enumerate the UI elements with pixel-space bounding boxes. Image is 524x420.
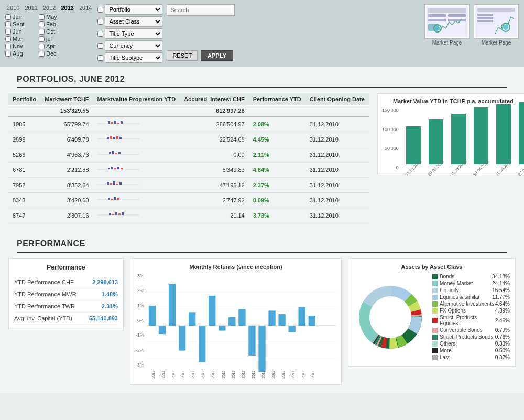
dropdown-currency-select[interactable]: Currency: [105, 40, 162, 51]
perf-value-ytd-chf: 2,298,613: [92, 279, 118, 285]
svg-text:31.01.2012: 31.01.2012: [212, 370, 215, 378]
svg-rect-48: [114, 197, 116, 200]
month-feb-checkbox[interactable]: [39, 21, 45, 27]
year-2013[interactable]: 2013: [59, 4, 75, 12]
svg-rect-71: [248, 326, 255, 356]
month-nov-label: Nov: [13, 43, 23, 49]
month-aug-checkbox[interactable]: [5, 51, 11, 57]
svg-rect-64: [179, 326, 185, 351]
dropdown-currency-checkbox[interactable]: [97, 43, 103, 49]
svg-rect-19: [114, 121, 116, 124]
cell-progression: [93, 132, 180, 147]
svg-rect-43: [116, 184, 118, 185]
dropdown-titletype-checkbox[interactable]: [97, 31, 103, 37]
legend-color-struct-eq: [432, 318, 438, 323]
cell-marktwert: 2'307.16: [40, 208, 93, 223]
search-input[interactable]: [167, 4, 235, 16]
month-nov-checkbox[interactable]: [5, 44, 11, 49]
legend-pct-others: 0.33%: [495, 341, 510, 347]
svg-rect-38: [121, 168, 123, 169]
cell-accured: 0.00: [180, 147, 249, 163]
legend-item-alt-inv: Alternative Investments 4.64%: [432, 300, 510, 307]
svg-point-107: [374, 300, 407, 334]
legend-name-struct-bonds: Struct. Products Bonds: [440, 334, 495, 340]
legend-color-alt-inv: [432, 301, 438, 307]
legend-name-struct-eq: Struct. Products Equities: [440, 315, 495, 326]
dropdown-assetclass-select[interactable]: Asset Class: [105, 16, 162, 27]
month-nov: Nov: [5, 43, 37, 49]
market-pages-panel: Market Page Market Page: [424, 4, 519, 46]
legend-pct-more: 0.50%: [495, 348, 510, 353]
apply-button[interactable]: APPLY: [201, 50, 233, 61]
month-jul-checkbox[interactable]: [39, 36, 45, 42]
dropdown-currency: Currency: [97, 40, 162, 51]
year-2010[interactable]: 2010: [5, 4, 21, 12]
legend-list: Bonds 34.18% Money Market 24.14% Liquidi…: [432, 273, 510, 361]
legend-name-equities: Equities & similar: [440, 294, 492, 300]
svg-rect-44: [119, 182, 122, 185]
reset-button[interactable]: RESET: [167, 50, 198, 61]
chart-title: Market Value YTD in TCHF p.a. accumulate…: [382, 98, 524, 104]
month-jan-checkbox[interactable]: [5, 14, 11, 20]
sparkline-svg: [97, 180, 139, 189]
legend-name-last: Last: [440, 354, 495, 360]
table-header-row: Portfolio Marktwert TCHF Marktvalue Prog…: [8, 93, 369, 105]
market-page-label-1: Market Page: [432, 40, 462, 46]
bar-3: 31.03.2012: [448, 114, 469, 170]
svg-rect-54: [118, 213, 121, 215]
dropdown-titletype-select[interactable]: Title Type: [105, 28, 162, 39]
year-2012[interactable]: 2012: [41, 4, 57, 12]
total-date: [305, 105, 369, 117]
svg-text:31.01.2012: 31.01.2012: [242, 370, 245, 378]
legend-pct-last: 0.37%: [495, 354, 510, 360]
year-2014[interactable]: 2014: [78, 4, 93, 12]
monthly-chart-title: Monthly Returns (since inception): [136, 264, 336, 270]
market-page-img-2[interactable]: [474, 4, 519, 39]
y-1pct: 1%: [136, 303, 144, 308]
cell-progression: [93, 193, 180, 208]
cell-portfolio: 8343: [8, 193, 40, 208]
svg-text:31.01.2012: 31.01.2012: [191, 370, 195, 378]
y-3pct: 3%: [136, 273, 144, 278]
cell-perf: 3.73%: [249, 208, 305, 223]
legend-pct-bonds: 34.18%: [492, 274, 510, 279]
legend-name-liquidity: Liquidity: [440, 287, 492, 293]
cell-marktwert: 3'420.60: [40, 193, 93, 208]
svg-rect-21: [121, 121, 123, 124]
svg-rect-61: [149, 306, 156, 326]
dropdown-portfolio-checkbox[interactable]: [97, 7, 103, 13]
col-marktwert: Marktwert TCHF: [40, 93, 93, 105]
cell-portfolio: 5266: [8, 147, 40, 163]
legend-name-moneymarket: Money Market: [440, 281, 492, 286]
month-apr-checkbox[interactable]: [39, 44, 45, 49]
dropdown-assetclass: Asset Class: [97, 16, 162, 27]
y-label-0: 0: [382, 165, 399, 170]
months-grid: Jan May Sept Feb Jun Oct: [5, 14, 93, 57]
svg-rect-66: [199, 326, 205, 362]
dropdown-titlesubtype-checkbox[interactable]: [97, 55, 103, 61]
table-row: 7952 8'352.64: [8, 178, 369, 193]
month-mar-checkbox[interactable]: [5, 36, 11, 42]
legend-item-others: Others 0.33%: [432, 340, 510, 347]
market-page-img-1[interactable]: [424, 4, 470, 39]
portfolios-content: Portfolio Marktwert TCHF Marktvalue Prog…: [8, 93, 516, 223]
month-sept-checkbox[interactable]: [5, 21, 11, 27]
month-may-checkbox[interactable]: [39, 14, 45, 20]
month-oct-checkbox[interactable]: [39, 29, 45, 35]
dropdown-portfolio-select[interactable]: Portfolio: [105, 4, 162, 15]
year-2011[interactable]: 2011: [23, 4, 39, 12]
cell-date: 31.12.2010: [305, 208, 369, 223]
legend-color-fx: [432, 308, 438, 314]
cell-perf: 0.09%: [249, 193, 305, 208]
dropdown-assetclass-checkbox[interactable]: [97, 19, 103, 25]
svg-rect-73: [268, 310, 275, 326]
monthly-y-axis: 3% 2% 1% 0% -1% -2% -3%: [136, 273, 146, 368]
cell-perf: 2.11%: [249, 147, 305, 163]
bar-value-6: [519, 102, 524, 164]
month-sept-label: Sept: [13, 21, 25, 27]
svg-text:31.01.2012: 31.01.2012: [151, 370, 155, 378]
svg-rect-31: [115, 153, 117, 154]
month-jun-checkbox[interactable]: [5, 29, 11, 35]
month-dec-checkbox[interactable]: [39, 51, 45, 57]
dropdown-titlesubtype-select[interactable]: Title Subtype: [105, 52, 162, 63]
